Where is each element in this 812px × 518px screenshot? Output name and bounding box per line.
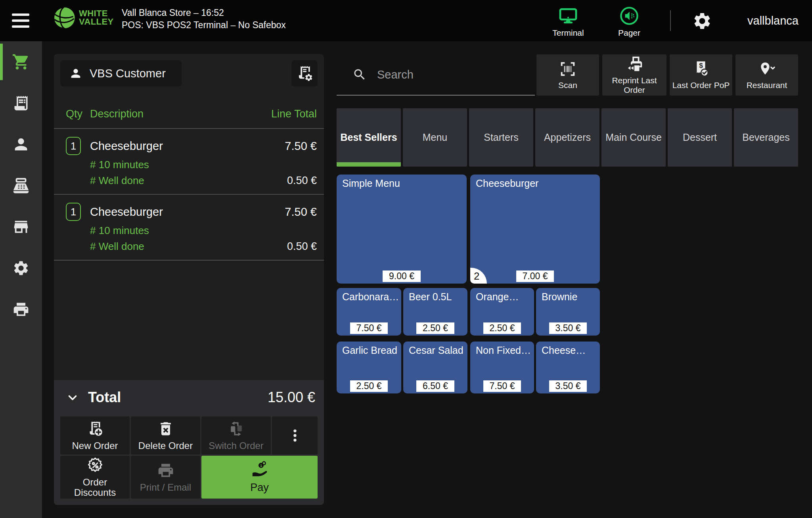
product-search <box>337 54 535 96</box>
cart-icon <box>12 53 30 71</box>
store-title: Vall Blanca Store – 16:52 <box>122 7 286 19</box>
sidebar-item-cart[interactable] <box>0 41 42 82</box>
order-item[interactable]: 1 Cheeseburger 7.50 € # 10 minutes # Wel… <box>54 128 324 194</box>
svg-text:$: $ <box>699 61 703 69</box>
product-tile-simple-menu[interactable]: Simple Menu 9.00 € <box>337 175 467 284</box>
item-line-total: 7.50 € <box>285 205 317 219</box>
product-price: 3.50 € <box>549 322 587 334</box>
printer-icon <box>12 301 30 318</box>
more-actions-button[interactable] <box>272 416 318 455</box>
tab-menu[interactable]: Menu <box>403 108 467 167</box>
person-icon <box>12 135 30 153</box>
total-value: 15.00 € <box>268 389 315 406</box>
total-label: Total <box>88 389 121 406</box>
product-tile-cheese[interactable]: Cheese… 3.50 € <box>536 341 600 393</box>
order-options-button[interactable] <box>291 60 318 86</box>
product-tile-carbonara[interactable]: Carbonara… 7.50 € <box>337 288 401 336</box>
scan-label: Scan <box>558 81 577 90</box>
tab-dessert[interactable]: Dessert <box>668 108 732 167</box>
product-name: Beer 0.5L <box>409 291 464 303</box>
svg-text:1: 1 <box>260 463 262 468</box>
brand-name: WHITE VALLEY <box>79 10 114 26</box>
sphere-logo-icon <box>53 6 76 29</box>
scan-button[interactable]: Scan <box>536 54 599 96</box>
product-price: 2.50 € <box>350 380 388 392</box>
tab-beverages[interactable]: Beverages <box>734 108 798 167</box>
switch-order-button[interactable]: Switch Order <box>201 416 271 455</box>
order-items-list: 1 Cheeseburger 7.50 € # 10 minutes # Wel… <box>54 128 324 261</box>
item-modifier: # 10 minutes <box>90 224 149 237</box>
order-columns-header: Qty Description Line Total <box>54 108 324 128</box>
tab-main-course[interactable]: Main Course <box>601 108 666 167</box>
top-bar: WHITE VALLEY Vall Blanca Store – 16:52 P… <box>0 0 812 41</box>
product-tile-non-fixed[interactable]: Non Fixed… 7.50 € <box>470 341 534 393</box>
settings-gear-button[interactable] <box>692 11 712 31</box>
print-email-label: Print / Email <box>138 482 193 493</box>
pager-button[interactable]: Pager <box>603 3 655 40</box>
last-order-pop-label: Last Order PoP <box>672 81 730 90</box>
user-account[interactable]: vallblanca <box>747 14 799 27</box>
column-description: Description <box>90 108 144 120</box>
reprint-last-order-button[interactable]: Reprint Last Order <box>602 54 666 96</box>
product-tile-cheeseburger[interactable]: Cheeseburger 2 7.00 € <box>470 175 600 284</box>
order-discounts-button[interactable]: Order Discounts <box>60 456 130 499</box>
hamburger-menu-icon[interactable] <box>12 13 29 29</box>
sidebar-item-printer[interactable] <box>0 289 42 330</box>
product-price: 6.50 € <box>416 380 454 392</box>
tab-appetizers[interactable]: Appetizers <box>535 108 599 167</box>
customer-name: VBS Customer <box>90 67 166 80</box>
sidebar-item-orders[interactable] <box>0 82 42 124</box>
item-modifier: # Well done <box>90 175 144 187</box>
product-price: 9.00 € <box>383 271 421 282</box>
total-expander[interactable]: Total 15.00 € <box>60 385 318 410</box>
product-tile-brownie[interactable]: Brownie 3.50 € <box>536 288 600 336</box>
pager-label: Pager <box>618 28 640 38</box>
item-name: Cheeseburger <box>90 140 163 153</box>
tab-best-sellers[interactable]: Best Sellers <box>337 108 401 167</box>
product-name: Non Fixed… <box>476 345 531 356</box>
product-name: Garlic Bread <box>342 345 398 356</box>
product-name: Cheese… <box>542 345 597 356</box>
gear-icon <box>12 259 30 277</box>
product-name: Cesar Salad <box>409 345 464 356</box>
product-name: Simple Menu <box>342 178 463 189</box>
switch-order-label: Switch Order <box>206 441 266 451</box>
delete-order-button[interactable]: Delete Order <box>131 416 200 455</box>
cash-register-icon <box>12 177 30 195</box>
customer-button[interactable]: VBS Customer <box>60 60 182 86</box>
search-icon <box>352 67 367 82</box>
restaurant-mode-button[interactable]: Restaurant <box>735 54 798 96</box>
new-order-button[interactable]: New Order <box>60 416 130 455</box>
item-name: Cheeseburger <box>90 205 163 219</box>
order-item[interactable]: 1 Cheeseburger 7.50 € # 10 minutes # Wel… <box>54 194 324 261</box>
sidebar-item-customers[interactable] <box>0 124 42 165</box>
print-email-button[interactable]: Print / Email <box>131 456 200 499</box>
reprint-last-order-label: Reprint Last Order <box>602 76 666 94</box>
product-tile-orange[interactable]: Orange… 2.50 € <box>470 288 534 336</box>
sidebar-item-settings[interactable] <box>0 247 42 289</box>
brand-logo: WHITE VALLEY <box>53 6 114 29</box>
product-tile-cesar-salad[interactable]: Cesar Salad 6.50 € <box>403 341 467 393</box>
quantity-badge: 1 <box>66 137 81 155</box>
pay-button[interactable]: 1 Pay <box>201 456 318 499</box>
product-tile-beer[interactable]: Beer 0.5L 2.50 € <box>403 288 467 336</box>
product-price: 2.50 € <box>416 322 454 334</box>
product-tile-garlic-bread[interactable]: Garlic Bread 2.50 € <box>337 341 401 393</box>
pos-screen: WHITE VALLEY Vall Blanca Store – 16:52 P… <box>0 0 812 518</box>
pos-subtitle: POS: VBS POS2 Terminal – No Safebox <box>122 19 286 31</box>
category-tabs: Best Sellers Menu Starters Appetizers Ma… <box>337 108 798 167</box>
last-order-pop-button[interactable]: $ Last Order PoP <box>670 54 732 96</box>
pager-speaker-icon <box>620 6 639 25</box>
delete-order-label: Delete Order <box>136 441 195 451</box>
search-input[interactable] <box>377 68 535 81</box>
terminal-button[interactable]: Terminal <box>542 3 594 40</box>
sidebar-item-store[interactable] <box>0 206 42 247</box>
switch-order-icon <box>228 420 245 437</box>
quantity-badge: 1 <box>66 203 81 221</box>
tab-starters[interactable]: Starters <box>469 108 533 167</box>
new-order-label: New Order <box>69 441 120 451</box>
sidebar-item-register[interactable] <box>0 165 42 206</box>
new-order-icon <box>86 420 104 437</box>
discount-badge-icon <box>86 457 104 474</box>
receipt-gear-icon <box>296 65 313 82</box>
